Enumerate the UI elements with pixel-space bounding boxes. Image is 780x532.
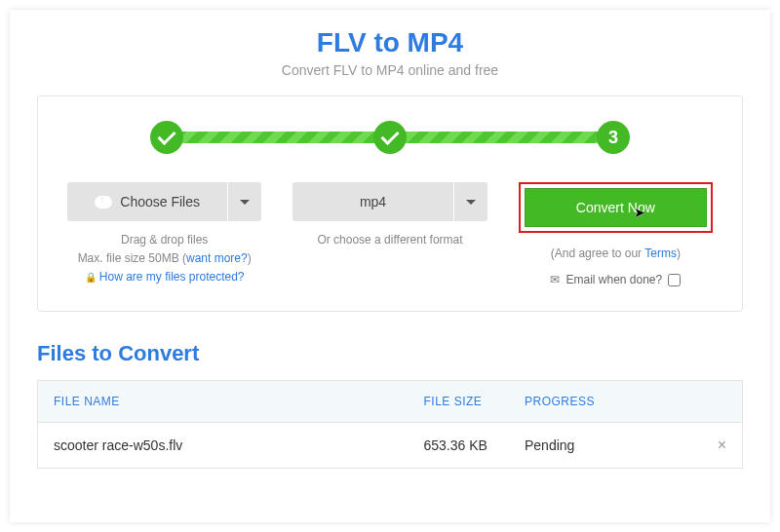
terms-link[interactable]: Terms: [644, 247, 677, 260]
want-more-link[interactable]: want more?: [186, 251, 248, 265]
files-protected-link[interactable]: How are my files protected?: [99, 270, 245, 284]
converter-panel: 3 Choose Files Drag & drop files: [37, 95, 743, 312]
max-size-hint: Max. file size 50MB (want more?): [78, 249, 252, 268]
files-section-title: Files to Convert: [37, 341, 743, 366]
page-title: FLV to MP4: [37, 27, 743, 58]
convert-column: Convert Now ➤ (And agree to our Terms) ✉…: [519, 182, 713, 291]
step-progress: 3: [150, 120, 630, 155]
choose-files-label: Choose Files: [120, 194, 200, 209]
convert-highlight-box: Convert Now ➤: [519, 182, 713, 233]
col-filename: FILE NAME: [54, 395, 424, 408]
format-column: mp4 Or choose a different format: [292, 182, 487, 249]
format-select-button[interactable]: mp4: [292, 182, 453, 221]
step-1-complete-icon: [150, 121, 183, 154]
convert-now-label: Convert Now: [576, 200, 655, 215]
caret-down-icon: [466, 200, 476, 205]
choose-files-column: Choose Files Drag & drop files Max. file…: [67, 182, 261, 287]
drag-drop-hint: Drag & drop files: [78, 231, 252, 249]
mail-icon: ✉: [550, 269, 560, 291]
lock-icon: 🔒: [85, 272, 97, 283]
remove-file-button[interactable]: ×: [697, 437, 726, 454]
cell-filename: scooter race-w50s.flv: [54, 437, 424, 453]
page-subtitle: Convert FLV to MP4 online and free: [37, 62, 743, 78]
agree-terms-text: (And agree to our Terms): [550, 243, 681, 265]
step-2-complete-icon: [373, 121, 407, 154]
choose-files-button[interactable]: Choose Files: [67, 182, 228, 221]
table-row: scooter race-w50s.flv 653.36 KB Pending …: [38, 423, 742, 468]
format-hint: Or choose a different format: [317, 231, 462, 249]
table-header: FILE NAME FILE SIZE PROGRESS: [38, 381, 742, 423]
col-filesize: FILE SIZE: [424, 395, 526, 408]
cell-progress: Pending: [525, 437, 697, 453]
files-table: FILE NAME FILE SIZE PROGRESS scooter rac…: [37, 380, 743, 469]
email-when-done-label: Email when done?: [566, 269, 662, 291]
cell-filesize: 653.36 KB: [424, 437, 526, 453]
convert-now-button[interactable]: Convert Now ➤: [525, 188, 707, 227]
format-dropdown[interactable]: [454, 182, 488, 221]
upload-cloud-icon: [95, 196, 112, 209]
files-section-title-accent: Convert: [118, 341, 199, 365]
email-when-done-checkbox[interactable]: [668, 274, 681, 286]
caret-down-icon: [240, 200, 250, 205]
choose-files-dropdown[interactable]: [228, 182, 261, 221]
step-3-current: 3: [597, 121, 630, 154]
format-value: mp4: [360, 194, 386, 209]
col-progress: PROGRESS: [525, 395, 697, 408]
